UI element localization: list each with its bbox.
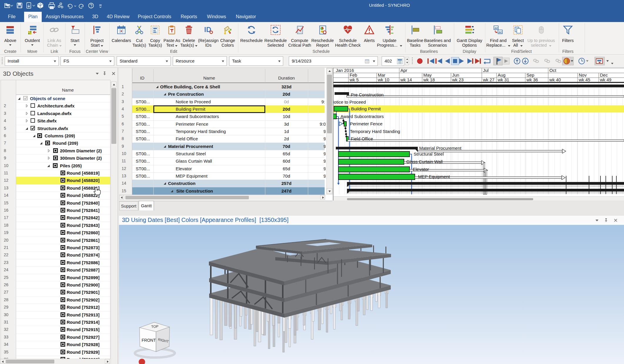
svg-text:Jun: Jun <box>452 73 459 77</box>
svg-text:wk 27: wk 27 <box>483 77 494 82</box>
svg-text:Temporary Hard Standing: Temporary Hard Standing <box>350 129 400 134</box>
svg-text:Pre Construction: Pre Construction <box>351 92 384 97</box>
svg-text:Perimeter Fence: Perimeter Fence <box>350 121 383 126</box>
svg-text:May: May <box>423 73 432 77</box>
svg-text:Jan 2016: Jan 2016 <box>336 68 354 73</box>
svg-text:FRONT: FRONT <box>142 338 156 343</box>
svg-text:wk 14: wk 14 <box>400 77 412 82</box>
svg-text:Nov: Nov <box>579 73 587 77</box>
svg-text:Oct: Oct <box>549 68 556 73</box>
svg-text:Field Office: Field Office <box>351 136 373 141</box>
svg-text:wk 49: wk 49 <box>600 77 611 82</box>
svg-text:wk 23: wk 23 <box>452 77 464 82</box>
svg-text:Aug: Aug <box>498 73 506 77</box>
svg-text:Elevator: Elevator <box>413 167 429 172</box>
svg-text:Glass Curtain Wall: Glass Curtain Wall <box>406 159 443 164</box>
svg-text:Dec: Dec <box>600 73 608 77</box>
svg-text:ac: ac <box>499 30 502 34</box>
svg-text:wk 5: wk 5 <box>349 77 359 82</box>
svg-text:wk 45: wk 45 <box>578 77 590 82</box>
svg-text:Mar: Mar <box>378 73 385 77</box>
svg-text:wk 10: wk 10 <box>378 77 389 82</box>
svg-text:wk 31: wk 31 <box>497 77 509 82</box>
svg-text:wk 40: wk 40 <box>549 77 561 82</box>
svg-text:Apr: Apr <box>400 68 407 73</box>
svg-text:Notice to Proceed: Notice to Proceed <box>333 100 366 105</box>
svg-text:MEP Equipment: MEP Equipment <box>418 174 450 179</box>
svg-text:wk 18: wk 18 <box>423 77 435 82</box>
svg-text:TOP: TOP <box>151 324 158 329</box>
svg-text:Material Procurement: Material Procurement <box>419 146 462 151</box>
svg-text:Structural Steel: Structural Steel <box>414 151 444 156</box>
svg-text:ae: ae <box>494 26 498 30</box>
svg-text:Building Permit: Building Permit <box>351 106 381 111</box>
svg-text:wk 36: wk 36 <box>526 77 538 82</box>
svg-text:Award Subcontractors: Award Subcontractors <box>340 114 384 119</box>
svg-text:Jul: Jul <box>483 68 489 73</box>
svg-text:Sep: Sep <box>526 73 534 77</box>
svg-text:Feb: Feb <box>350 73 357 77</box>
